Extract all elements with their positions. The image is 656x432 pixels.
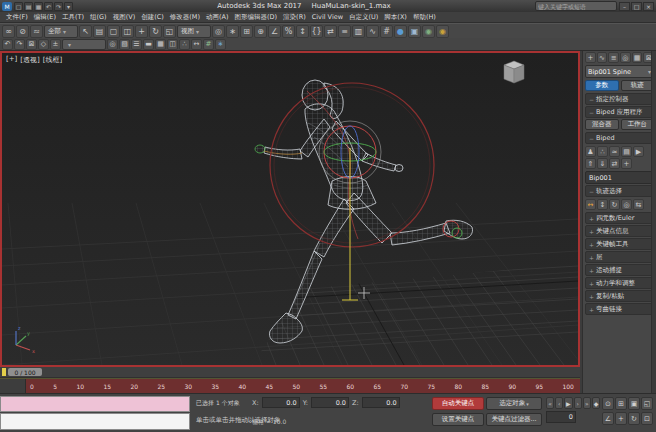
orbit-view-icon[interactable]: ↻ <box>628 412 640 425</box>
zoom-all-icon[interactable]: ⊞ <box>615 397 627 410</box>
viewport-menu-plus[interactable]: [+] <box>6 55 17 65</box>
selection-filter-dropdown[interactable]: 全部 <box>44 25 78 38</box>
new-scene-icon[interactable]: ▢ <box>14 2 23 11</box>
named-selection-set-dropdown[interactable] <box>62 39 106 50</box>
menu-item[interactable]: 渲染(R) <box>280 13 309 22</box>
menu-item[interactable]: 帮助(H) <box>410 13 439 22</box>
schematic-view-icon[interactable]: # <box>380 25 393 38</box>
undo-icon[interactable]: ↶ <box>44 2 53 11</box>
pan-view-icon[interactable]: + <box>615 412 627 425</box>
move-all-mode-icon[interactable]: + <box>621 158 632 169</box>
menu-item[interactable]: 文件(F) <box>3 13 31 22</box>
maximize-viewport-icon[interactable]: ⊡ <box>641 412 653 425</box>
create-tab[interactable]: + <box>585 52 596 63</box>
set-key-button[interactable]: 设置关键点 <box>432 413 484 426</box>
perspective-viewport[interactable]: [+] [透视] [线框] <box>0 51 580 367</box>
rendered-frame-window-icon[interactable]: ◉ <box>422 25 435 38</box>
rollout-collapsed[interactable]: 关键帧工具 <box>585 238 654 250</box>
time-slider-caret[interactable] <box>2 368 6 376</box>
select-and-rotate-icon[interactable]: ↻ <box>149 25 162 38</box>
menu-item[interactable]: 脚本(X) <box>381 13 410 22</box>
current-frame-field[interactable]: 0 <box>546 411 576 423</box>
next-frame-icon[interactable]: › <box>574 397 582 409</box>
rollout-collapsed[interactable]: 复制/粘贴 <box>585 290 654 302</box>
object-name-dropdown[interactable]: Bip001 Spine <box>585 65 654 78</box>
viewport-shading-label[interactable]: [线框] <box>43 55 62 65</box>
menu-item[interactable]: Civil View <box>309 13 346 21</box>
track-bar[interactable]: 0510152025303540455055606570758085909510… <box>0 378 580 393</box>
maxscript-mini-listener[interactable] <box>0 413 190 430</box>
parameters-mode-button[interactable]: 参数 <box>585 80 619 91</box>
mirror-icon[interactable]: ⇄ <box>324 25 337 38</box>
rectangular-selection-region-icon[interactable]: ▢ <box>107 25 120 38</box>
angle-snap-icon[interactable]: ∠ <box>268 25 281 38</box>
snapshot-tool-icon[interactable]: ◫ <box>167 39 178 50</box>
view-cube[interactable] <box>504 61 524 83</box>
app-logo-icon[interactable]: M <box>2 2 12 11</box>
snaps-toggle-icon[interactable]: ⊕ <box>254 25 267 38</box>
menu-item[interactable]: 自定义(U) <box>346 13 381 22</box>
unlink-selection-icon[interactable]: ⊘ <box>16 25 29 38</box>
absolute-mode-icon[interactable]: ◇ <box>38 39 49 50</box>
measure-distance-icon[interactable]: ↔ <box>191 39 202 50</box>
rollout-track-selection[interactable]: 轨迹选择 <box>585 185 654 197</box>
display-tab[interactable]: ▦ <box>632 52 643 63</box>
maxscript-macro-recorder[interactable] <box>0 396 190 412</box>
isolate-selection-icon[interactable]: ◎ <box>107 39 118 50</box>
window-crossing-icon[interactable]: ◫ <box>121 25 134 38</box>
redo-view-icon[interactable]: ↷ <box>14 39 25 50</box>
maximize-button[interactable]: □ <box>631 2 642 11</box>
panel-scrollbar[interactable] <box>651 51 656 393</box>
go-to-end-icon[interactable]: » <box>583 397 591 409</box>
particle-view-icon[interactable]: ∗ <box>215 39 226 50</box>
menu-item[interactable]: 动画(A) <box>203 13 232 22</box>
previous-frame-icon[interactable]: ‹ <box>555 397 563 409</box>
menu-item[interactable]: 编辑(E) <box>31 13 59 22</box>
select-and-manipulate-icon[interactable]: ∗ <box>226 25 239 38</box>
menu-item[interactable]: 视图(V) <box>110 13 139 22</box>
motion-flow-mode-icon[interactable]: ≈ <box>609 146 620 157</box>
wireframe-character[interactable] <box>255 80 473 343</box>
menu-item[interactable]: 创建(C) <box>138 13 167 22</box>
figure-mode-icon[interactable]: ♟ <box>585 146 596 157</box>
select-object-icon[interactable]: ↖ <box>79 25 92 38</box>
infocenter-search-input[interactable] <box>535 1 617 11</box>
workspace-dropdown[interactable]: ▾ <box>64 2 73 11</box>
reference-coordinate-dropdown[interactable]: 视图 <box>177 25 211 38</box>
field-of-view-icon[interactable]: ∠ <box>602 412 614 425</box>
select-and-link-icon[interactable]: ∞ <box>2 25 15 38</box>
rollout-biped[interactable]: Biped <box>585 132 654 144</box>
body-horizontal-icon[interactable]: ↔ <box>585 199 596 210</box>
body-vertical-icon[interactable]: ↕ <box>597 199 608 210</box>
menu-item[interactable]: 工具(T) <box>59 13 87 22</box>
menu-item[interactable]: 修改器(M) <box>167 13 203 22</box>
close-button[interactable]: × <box>643 2 654 11</box>
time-slider-handle[interactable]: 0 / 100 <box>8 368 42 376</box>
convert-animation-icon[interactable]: ⇄ <box>609 158 620 169</box>
redo-icon[interactable]: ↷ <box>54 2 63 11</box>
menu-item[interactable]: 图形编辑器(D) <box>232 13 281 22</box>
lock-com-keying-icon[interactable]: ◎ <box>621 199 632 210</box>
render-production-icon[interactable]: ◉ <box>436 25 449 38</box>
bind-to-space-warp-icon[interactable]: ≈ <box>30 25 43 38</box>
spinner-snap-icon[interactable]: ↕ <box>296 25 309 38</box>
workbench-button[interactable]: 工作台 <box>621 119 655 130</box>
go-to-start-icon[interactable]: « <box>546 397 554 409</box>
keyboard-override-icon[interactable]: ⊞ <box>240 25 253 38</box>
z-coordinate-field[interactable]: 0.0 <box>362 397 400 408</box>
select-and-scale-icon[interactable]: ◱ <box>163 25 176 38</box>
percent-snap-icon[interactable]: % <box>282 25 295 38</box>
scene-explorer-icon[interactable]: ▥ <box>352 25 365 38</box>
undo-view-icon[interactable]: ↶ <box>2 39 13 50</box>
ribbon-toggle-icon[interactable]: ▬ <box>143 39 154 50</box>
edit-named-selection-sets-icon[interactable]: {} <box>310 25 323 38</box>
y-coordinate-field[interactable]: 0.0 <box>311 397 349 408</box>
biped-playback-icon[interactable]: ▶ <box>633 146 644 157</box>
key-filters-button[interactable]: 关键点过滤器... <box>486 413 542 426</box>
hierarchy-tab[interactable]: ≡ <box>608 52 619 63</box>
rollout-collapsed[interactable]: 动力学和调整 <box>585 277 654 289</box>
zoom-region-icon[interactable]: ◱ <box>641 397 653 410</box>
minimize-button[interactable]: – <box>619 2 630 11</box>
rollout-collapsed[interactable]: 运动捕捉 <box>585 264 654 276</box>
zoom-extents-icon[interactable]: ▣ <box>628 397 640 410</box>
